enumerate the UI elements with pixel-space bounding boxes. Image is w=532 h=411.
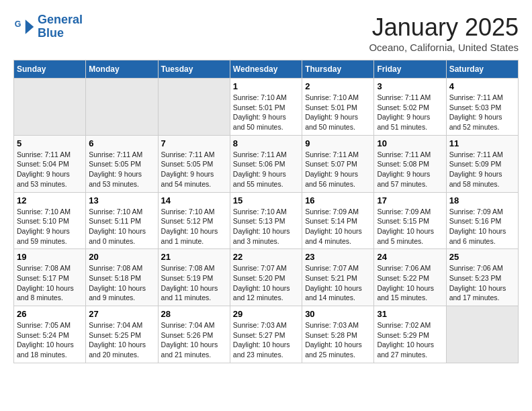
day-info: Sunrise: 7:03 AMSunset: 5:27 PMDaylight:… xyxy=(233,320,299,360)
month-title: January 2025 xyxy=(369,13,519,42)
day-info: Sunrise: 7:10 AMSunset: 5:10 PMDaylight:… xyxy=(17,207,83,246)
day-info: Sunrise: 7:09 AMSunset: 5:14 PMDaylight:… xyxy=(305,207,371,246)
day-cell: 25Sunrise: 7:06 AMSunset: 5:23 PMDayligh… xyxy=(446,249,518,306)
day-info: Sunrise: 7:04 AMSunset: 5:26 PMDaylight:… xyxy=(161,320,227,360)
svg-text:G: G xyxy=(15,19,21,29)
header-cell-wednesday: Wednesday xyxy=(230,60,302,79)
day-cell: 10Sunrise: 7:11 AMSunset: 5:08 PMDayligh… xyxy=(374,135,446,192)
logo-icon: G xyxy=(13,16,35,38)
day-info: Sunrise: 7:11 AMSunset: 5:07 PMDaylight:… xyxy=(305,150,371,189)
week-row-1: 1Sunrise: 7:10 AMSunset: 5:01 PMDaylight… xyxy=(14,79,519,136)
day-info: Sunrise: 7:09 AMSunset: 5:15 PMDaylight:… xyxy=(377,207,443,246)
day-info: Sunrise: 7:10 AMSunset: 5:13 PMDaylight:… xyxy=(233,207,299,246)
header-cell-tuesday: Tuesday xyxy=(158,60,230,79)
day-number: 13 xyxy=(89,195,154,205)
day-cell: 18Sunrise: 7:09 AMSunset: 5:16 PMDayligh… xyxy=(446,192,518,249)
day-number: 9 xyxy=(305,138,371,148)
day-info: Sunrise: 7:11 AMSunset: 5:02 PMDaylight:… xyxy=(377,93,443,132)
header-cell-thursday: Thursday xyxy=(302,60,374,79)
day-cell: 15Sunrise: 7:10 AMSunset: 5:13 PMDayligh… xyxy=(230,192,302,249)
day-cell: 1Sunrise: 7:10 AMSunset: 5:01 PMDaylight… xyxy=(230,79,302,136)
header-cell-monday: Monday xyxy=(86,60,158,79)
day-number: 11 xyxy=(449,138,515,148)
day-cell: 6Sunrise: 7:11 AMSunset: 5:05 PMDaylight… xyxy=(86,135,158,192)
day-number: 24 xyxy=(377,252,443,262)
day-info: Sunrise: 7:05 AMSunset: 5:24 PMDaylight:… xyxy=(17,320,83,360)
logo: G General Blue xyxy=(13,13,83,40)
day-info: Sunrise: 7:11 AMSunset: 5:08 PMDaylight:… xyxy=(377,150,443,189)
week-row-5: 26Sunrise: 7:05 AMSunset: 5:24 PMDayligh… xyxy=(14,306,519,363)
calendar-table: SundayMondayTuesdayWednesdayThursdayFrid… xyxy=(13,60,519,363)
logo-line2: Blue xyxy=(38,26,64,40)
header-cell-sunday: Sunday xyxy=(14,60,86,79)
header-row: SundayMondayTuesdayWednesdayThursdayFrid… xyxy=(14,60,519,79)
day-info: Sunrise: 7:11 AMSunset: 5:03 PMDaylight:… xyxy=(449,93,515,132)
day-number: 4 xyxy=(449,81,515,91)
day-info: Sunrise: 7:10 AMSunset: 5:12 PMDaylight:… xyxy=(161,207,227,246)
day-info: Sunrise: 7:10 AMSunset: 5:01 PMDaylight:… xyxy=(305,93,371,132)
day-info: Sunrise: 7:11 AMSunset: 5:04 PMDaylight:… xyxy=(17,150,83,189)
day-info: Sunrise: 7:10 AMSunset: 5:01 PMDaylight:… xyxy=(233,93,299,132)
day-number: 20 xyxy=(89,252,154,262)
day-info: Sunrise: 7:04 AMSunset: 5:25 PMDaylight:… xyxy=(89,320,154,360)
header-cell-saturday: Saturday xyxy=(446,60,518,79)
page-header: G General Blue January 2025 Oceano, Cali… xyxy=(13,13,519,53)
day-number: 3 xyxy=(377,81,443,91)
day-info: Sunrise: 7:11 AMSunset: 5:05 PMDaylight:… xyxy=(161,150,227,189)
day-info: Sunrise: 7:11 AMSunset: 5:05 PMDaylight:… xyxy=(89,150,154,189)
day-info: Sunrise: 7:08 AMSunset: 5:18 PMDaylight:… xyxy=(89,263,154,303)
day-cell: 28Sunrise: 7:04 AMSunset: 5:26 PMDayligh… xyxy=(158,306,230,363)
day-cell: 16Sunrise: 7:09 AMSunset: 5:14 PMDayligh… xyxy=(302,192,374,249)
day-cell xyxy=(14,79,86,136)
day-number: 23 xyxy=(305,252,371,262)
day-cell xyxy=(158,79,230,136)
day-cell xyxy=(86,79,158,136)
day-number: 29 xyxy=(233,309,299,319)
title-block: January 2025 Oceano, California, United … xyxy=(369,13,519,53)
day-cell: 30Sunrise: 7:03 AMSunset: 5:28 PMDayligh… xyxy=(302,306,374,363)
day-cell: 3Sunrise: 7:11 AMSunset: 5:02 PMDaylight… xyxy=(374,79,446,136)
day-info: Sunrise: 7:07 AMSunset: 5:21 PMDaylight:… xyxy=(305,263,371,303)
week-row-2: 5Sunrise: 7:11 AMSunset: 5:04 PMDaylight… xyxy=(14,135,519,192)
day-number: 17 xyxy=(377,195,443,205)
day-info: Sunrise: 7:03 AMSunset: 5:28 PMDaylight:… xyxy=(305,320,371,360)
day-number: 12 xyxy=(17,195,83,205)
week-row-4: 19Sunrise: 7:08 AMSunset: 5:17 PMDayligh… xyxy=(14,249,519,306)
day-info: Sunrise: 7:09 AMSunset: 5:16 PMDaylight:… xyxy=(449,207,515,246)
svg-marker-1 xyxy=(26,19,34,34)
day-info: Sunrise: 7:08 AMSunset: 5:17 PMDaylight:… xyxy=(17,263,83,303)
day-cell: 23Sunrise: 7:07 AMSunset: 5:21 PMDayligh… xyxy=(302,249,374,306)
logo-text: General Blue xyxy=(38,13,83,40)
day-cell: 26Sunrise: 7:05 AMSunset: 5:24 PMDayligh… xyxy=(14,306,86,363)
day-cell: 19Sunrise: 7:08 AMSunset: 5:17 PMDayligh… xyxy=(14,249,86,306)
day-cell: 12Sunrise: 7:10 AMSunset: 5:10 PMDayligh… xyxy=(14,192,86,249)
day-info: Sunrise: 7:10 AMSunset: 5:11 PMDaylight:… xyxy=(89,207,154,246)
day-number: 5 xyxy=(17,138,83,148)
day-number: 10 xyxy=(377,138,443,148)
day-number: 28 xyxy=(161,309,227,319)
week-row-3: 12Sunrise: 7:10 AMSunset: 5:10 PMDayligh… xyxy=(14,192,519,249)
day-cell: 11Sunrise: 7:11 AMSunset: 5:09 PMDayligh… xyxy=(446,135,518,192)
day-cell: 7Sunrise: 7:11 AMSunset: 5:05 PMDaylight… xyxy=(158,135,230,192)
day-cell: 9Sunrise: 7:11 AMSunset: 5:07 PMDaylight… xyxy=(302,135,374,192)
day-number: 22 xyxy=(233,252,299,262)
day-info: Sunrise: 7:07 AMSunset: 5:20 PMDaylight:… xyxy=(233,263,299,303)
day-cell: 4Sunrise: 7:11 AMSunset: 5:03 PMDaylight… xyxy=(446,79,518,136)
day-cell: 14Sunrise: 7:10 AMSunset: 5:12 PMDayligh… xyxy=(158,192,230,249)
day-info: Sunrise: 7:06 AMSunset: 5:22 PMDaylight:… xyxy=(377,263,443,303)
day-cell: 27Sunrise: 7:04 AMSunset: 5:25 PMDayligh… xyxy=(86,306,158,363)
logo-line1: General xyxy=(38,13,83,26)
day-cell: 13Sunrise: 7:10 AMSunset: 5:11 PMDayligh… xyxy=(86,192,158,249)
day-cell: 5Sunrise: 7:11 AMSunset: 5:04 PMDaylight… xyxy=(14,135,86,192)
day-cell: 22Sunrise: 7:07 AMSunset: 5:20 PMDayligh… xyxy=(230,249,302,306)
day-cell: 31Sunrise: 7:02 AMSunset: 5:29 PMDayligh… xyxy=(374,306,446,363)
day-number: 14 xyxy=(161,195,227,205)
day-number: 27 xyxy=(89,309,154,319)
day-number: 2 xyxy=(305,81,371,91)
day-cell xyxy=(446,306,518,363)
day-number: 16 xyxy=(305,195,371,205)
day-number: 7 xyxy=(161,138,227,148)
location-subtitle: Oceano, California, United States xyxy=(369,42,519,53)
day-number: 25 xyxy=(449,252,515,262)
day-cell: 20Sunrise: 7:08 AMSunset: 5:18 PMDayligh… xyxy=(86,249,158,306)
